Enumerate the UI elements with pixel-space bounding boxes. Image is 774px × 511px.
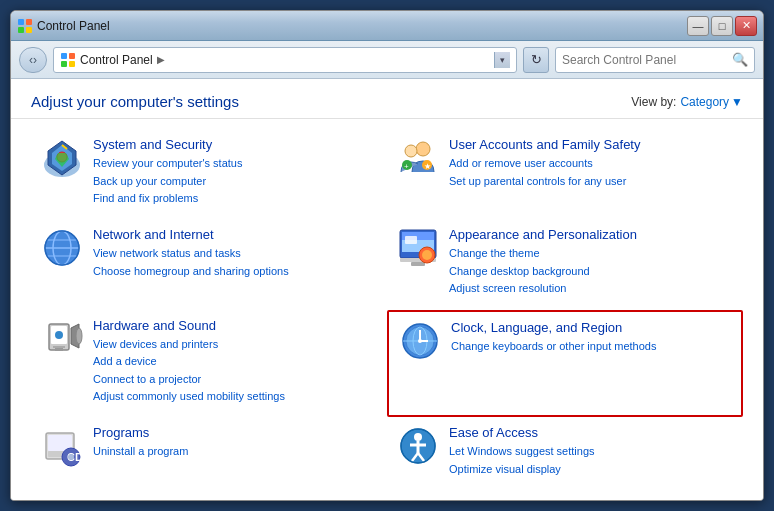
close-button[interactable]: ✕ [735, 16, 757, 36]
network-internet-icon [41, 227, 83, 269]
hardware-sound-link-1[interactable]: Add a device [93, 353, 285, 370]
network-internet-link-0[interactable]: View network status and tasks [93, 245, 289, 262]
main-area: Adjust your computer's settings View by:… [11, 79, 763, 500]
clock-language-title[interactable]: Clock, Language, and Region [451, 320, 656, 335]
svg-rect-31 [411, 262, 425, 266]
maximize-button[interactable]: □ [711, 16, 733, 36]
title-bar-left: Control Panel [17, 18, 110, 34]
appearance-content: Appearance and Personalization Change th… [449, 227, 637, 297]
window-icon [17, 18, 33, 34]
clock-language-content: Clock, Language, and Region Change keybo… [451, 320, 656, 355]
back-button[interactable]: ‹ › [19, 47, 47, 73]
svg-rect-1 [26, 19, 32, 25]
category-system-security[interactable]: System and Security Review your computer… [31, 129, 387, 219]
user-accounts-link-1[interactable]: Set up parental controls for any user [449, 173, 640, 190]
svg-point-54 [414, 433, 422, 441]
svg-rect-3 [26, 27, 32, 33]
path-dropdown[interactable]: ▾ [494, 52, 510, 68]
system-security-icon [41, 137, 83, 179]
svg-rect-7 [69, 61, 75, 67]
ease-of-access-link-0[interactable]: Let Windows suggest settings [449, 443, 595, 460]
search-input[interactable] [562, 53, 728, 67]
category-network-internet[interactable]: Network and Internet View network status… [31, 219, 387, 309]
network-internet-content: Network and Internet View network status… [93, 227, 289, 279]
hardware-sound-content: Hardware and Sound View devices and prin… [93, 318, 285, 405]
clock-language-icon [399, 320, 441, 362]
title-bar-buttons: — □ ✕ [687, 16, 757, 36]
user-accounts-content: User Accounts and Family Safety Add or r… [449, 137, 640, 189]
hardware-sound-icon [41, 318, 83, 360]
user-accounts-title[interactable]: User Accounts and Family Safety [449, 137, 640, 152]
ease-of-access-title[interactable]: Ease of Access [449, 425, 595, 440]
svg-rect-2 [18, 27, 24, 33]
programs-icon: CD [41, 425, 83, 467]
category-appearance[interactable]: Appearance and Personalization Change th… [387, 219, 743, 309]
nav-buttons: ‹ › [19, 47, 47, 73]
svg-point-39 [76, 328, 82, 344]
view-by: View by: Category ▼ [631, 95, 743, 109]
ease-of-access-content: Ease of Access Let Windows suggest setti… [449, 425, 595, 477]
address-path[interactable]: Control Panel ▶ ▾ [53, 47, 517, 73]
appearance-link-0[interactable]: Change the theme [449, 245, 637, 262]
window-title: Control Panel [37, 19, 110, 33]
view-by-dropdown[interactable]: Category ▼ [680, 95, 743, 109]
network-internet-title[interactable]: Network and Internet [93, 227, 289, 242]
appearance-link-1[interactable]: Change desktop background [449, 263, 637, 280]
svg-text:+: + [404, 162, 409, 171]
category-hardware-sound[interactable]: Hardware and Sound View devices and prin… [31, 310, 387, 418]
svg-point-14 [416, 142, 430, 156]
hardware-sound-link-2[interactable]: Connect to a projector [93, 371, 285, 388]
path-arrow: ▶ [157, 54, 165, 65]
programs-content: Programs Uninstall a program [93, 425, 188, 460]
hardware-sound-link-3[interactable]: Adjust commonly used mobility settings [93, 388, 285, 405]
svg-rect-29 [405, 236, 417, 244]
hardware-sound-title[interactable]: Hardware and Sound [93, 318, 285, 333]
clock-language-link-0[interactable]: Change keyboards or other input methods [451, 338, 656, 355]
svg-rect-37 [55, 348, 63, 351]
category-user-accounts[interactable]: + ★ User Accounts and Family Safety Add … [387, 129, 743, 219]
category-clock-language[interactable]: Clock, Language, and Region Change keybo… [387, 310, 743, 418]
programs-title[interactable]: Programs [93, 425, 188, 440]
svg-point-46 [418, 339, 422, 343]
appearance-title[interactable]: Appearance and Personalization [449, 227, 637, 242]
category-ease-of-access[interactable]: Ease of Access Let Windows suggest setti… [387, 417, 743, 490]
ease-of-access-link-1[interactable]: Optimize visual display [449, 461, 595, 478]
network-internet-link-1[interactable]: Choose homegroup and sharing options [93, 263, 289, 280]
svg-point-38 [55, 331, 63, 339]
path-text: Control Panel [80, 53, 153, 67]
system-security-link-0[interactable]: Review your computer's status [93, 155, 242, 172]
user-accounts-link-0[interactable]: Add or remove user accounts [449, 155, 640, 172]
user-accounts-icon: + ★ [397, 137, 439, 179]
hardware-sound-link-0[interactable]: View devices and printers [93, 336, 285, 353]
system-security-link-1[interactable]: Back up your computer [93, 173, 242, 190]
title-bar: Control Panel — □ ✕ [11, 11, 763, 41]
svg-rect-6 [61, 61, 67, 67]
ease-of-access-icon [397, 425, 439, 467]
search-box[interactable]: 🔍 [555, 47, 755, 73]
folder-icon [60, 52, 76, 68]
svg-rect-0 [18, 19, 24, 25]
appearance-icon [397, 227, 439, 269]
system-security-content: System and Security Review your computer… [93, 137, 242, 207]
search-icon: 🔍 [732, 52, 748, 67]
svg-rect-5 [69, 53, 75, 59]
appearance-link-2[interactable]: Adjust screen resolution [449, 280, 637, 297]
page-title: Adjust your computer's settings [31, 93, 239, 110]
refresh-button[interactable]: ↻ [523, 47, 549, 73]
main-window: Control Panel — □ ✕ ‹ › Control Panel ▶ … [10, 10, 764, 501]
svg-point-52 [68, 454, 74, 460]
system-security-title[interactable]: System and Security [93, 137, 242, 152]
svg-rect-4 [61, 53, 67, 59]
content-header: Adjust your computer's settings View by:… [11, 79, 763, 119]
address-bar: ‹ › Control Panel ▶ ▾ ↻ 🔍 [11, 41, 763, 79]
svg-rect-36 [53, 346, 65, 348]
category-programs[interactable]: CD Programs Uninstall a program [31, 417, 387, 490]
programs-link-0[interactable]: Uninstall a program [93, 443, 188, 460]
system-security-link-2[interactable]: Find and fix problems [93, 190, 242, 207]
svg-text:★: ★ [424, 162, 431, 171]
svg-point-15 [405, 145, 417, 157]
minimize-button[interactable]: — [687, 16, 709, 36]
svg-point-33 [422, 250, 432, 260]
view-by-label: View by: [631, 95, 676, 109]
categories-grid: System and Security Review your computer… [11, 119, 763, 500]
